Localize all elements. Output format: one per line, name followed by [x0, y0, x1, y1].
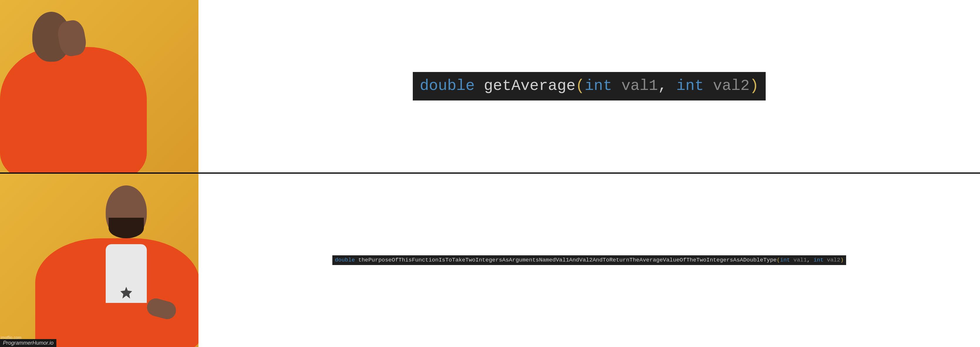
open-paren: ( [776, 257, 780, 263]
code-snippet-short: double getAverage(int val1, int val2) [413, 72, 766, 101]
content-disapprove: double getAverage(int val1, int val2) [199, 0, 980, 173]
param-type: int [813, 257, 824, 263]
drake-meme: double getAverage(int val1, int val2) [0, 0, 980, 347]
close-paren: ) [840, 257, 843, 263]
open-paren: ( [576, 77, 584, 94]
param-type: int [780, 257, 790, 263]
function-name: getAverage [484, 77, 576, 94]
param-name: val2 [827, 257, 840, 263]
code-snippet-long: double thePurposeOfThisFunctionIsToTakeT… [332, 255, 846, 265]
function-name: thePurposeOfThisFunctionIsToTakeTwoInteg… [358, 257, 776, 263]
param-type: int [584, 77, 612, 94]
param-type: int [676, 77, 704, 94]
return-type: double [335, 257, 355, 263]
drake-disapprove-image [0, 0, 199, 173]
watermark: ProgrammerHumor.io [0, 339, 56, 347]
return-type: double [420, 77, 475, 94]
drake-approve-image [0, 174, 199, 347]
panel-disapprove: double getAverage(int val1, int val2) [0, 0, 980, 174]
jumpman-logo-icon [119, 285, 134, 300]
panel-approve: double thePurposeOfThisFunctionIsToTakeT… [0, 174, 980, 347]
close-paren: ) [749, 77, 759, 94]
param-name: val1 [794, 257, 807, 263]
comma: , [807, 257, 813, 263]
param-name: val1 [621, 77, 658, 94]
content-approve: double thePurposeOfThisFunctionIsToTakeT… [199, 174, 980, 347]
param-name: val2 [713, 77, 749, 94]
comma: , [658, 77, 676, 94]
